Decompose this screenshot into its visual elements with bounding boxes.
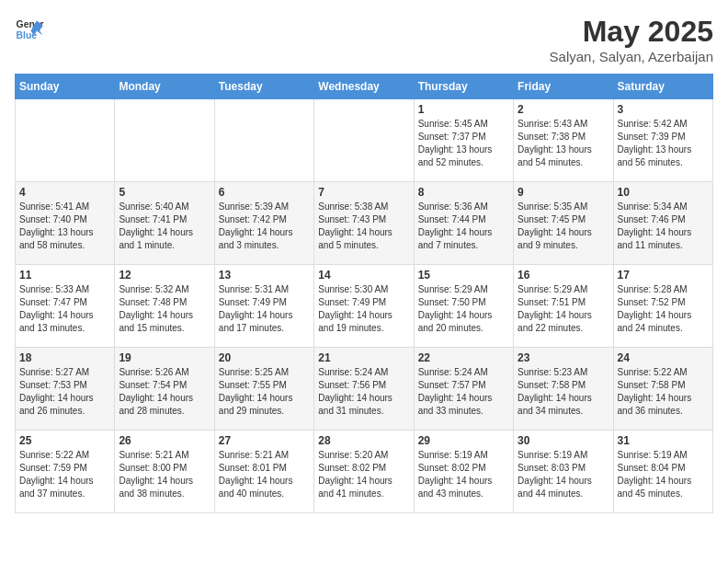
logo-icon: General Blue xyxy=(15,15,44,44)
title-block: May 2025 Salyan, Salyan, Azerbaijan xyxy=(550,15,713,64)
day-content: Sunrise: 5:35 AM Sunset: 7:45 PM Dayligh… xyxy=(518,201,609,252)
weekday-header: Tuesday xyxy=(214,75,313,99)
day-content: Sunrise: 5:26 AM Sunset: 7:54 PM Dayligh… xyxy=(119,366,210,418)
calendar-cell: 31Sunrise: 5:19 AM Sunset: 8:04 PM Dayli… xyxy=(613,431,712,513)
calendar-cell: 28Sunrise: 5:20 AM Sunset: 8:02 PM Dayli… xyxy=(314,431,414,513)
weekday-header-row: SundayMondayTuesdayWednesdayThursdayFrid… xyxy=(16,75,713,99)
day-content: Sunrise: 5:24 AM Sunset: 7:56 PM Dayligh… xyxy=(318,366,409,418)
day-content: Sunrise: 5:33 AM Sunset: 7:47 PM Dayligh… xyxy=(19,283,110,335)
day-content: Sunrise: 5:42 AM Sunset: 7:39 PM Dayligh… xyxy=(618,118,709,169)
weekday-header: Monday xyxy=(115,75,214,99)
location: Salyan, Salyan, Azerbaijan xyxy=(550,49,713,64)
weekday-header: Wednesday xyxy=(314,75,414,99)
calendar-cell: 6Sunrise: 5:39 AM Sunset: 7:42 PM Daylig… xyxy=(214,182,313,265)
calendar-cell: 14Sunrise: 5:30 AM Sunset: 7:49 PM Dayli… xyxy=(314,265,414,348)
day-number: 29 xyxy=(418,434,509,447)
calendar-cell xyxy=(16,99,115,182)
day-number: 15 xyxy=(418,269,509,282)
day-number: 22 xyxy=(418,351,509,364)
day-number: 24 xyxy=(618,351,709,364)
day-number: 31 xyxy=(618,434,709,447)
day-number: 5 xyxy=(119,186,210,199)
weekday-header: Friday xyxy=(514,75,613,99)
day-content: Sunrise: 5:23 AM Sunset: 7:58 PM Dayligh… xyxy=(518,366,609,418)
calendar-cell: 27Sunrise: 5:21 AM Sunset: 8:01 PM Dayli… xyxy=(214,431,313,513)
day-number: 25 xyxy=(19,434,110,447)
day-content: Sunrise: 5:34 AM Sunset: 7:46 PM Dayligh… xyxy=(618,201,709,252)
calendar-cell: 18Sunrise: 5:27 AM Sunset: 7:53 PM Dayli… xyxy=(16,348,115,431)
day-number: 11 xyxy=(19,269,110,282)
day-number: 28 xyxy=(318,434,409,447)
day-number: 1 xyxy=(418,103,509,116)
calendar-cell: 4Sunrise: 5:41 AM Sunset: 7:40 PM Daylig… xyxy=(16,182,115,265)
calendar-cell: 25Sunrise: 5:22 AM Sunset: 7:59 PM Dayli… xyxy=(16,431,115,513)
day-content: Sunrise: 5:21 AM Sunset: 8:00 PM Dayligh… xyxy=(119,449,210,500)
day-number: 3 xyxy=(618,103,709,116)
day-number: 26 xyxy=(119,434,210,447)
calendar-cell: 20Sunrise: 5:25 AM Sunset: 7:55 PM Dayli… xyxy=(214,348,313,431)
day-number: 6 xyxy=(219,186,310,199)
day-content: Sunrise: 5:22 AM Sunset: 7:59 PM Dayligh… xyxy=(19,449,110,500)
page-header: General Blue May 2025 Salyan, Salyan, Az… xyxy=(15,15,713,64)
calendar-cell: 26Sunrise: 5:21 AM Sunset: 8:00 PM Dayli… xyxy=(115,431,214,513)
calendar-cell: 10Sunrise: 5:34 AM Sunset: 7:46 PM Dayli… xyxy=(613,182,712,265)
calendar-cell: 7Sunrise: 5:38 AM Sunset: 7:43 PM Daylig… xyxy=(314,182,414,265)
calendar-cell: 9Sunrise: 5:35 AM Sunset: 7:45 PM Daylig… xyxy=(514,182,613,265)
calendar-cell: 17Sunrise: 5:28 AM Sunset: 7:52 PM Dayli… xyxy=(613,265,712,348)
day-number: 30 xyxy=(518,434,609,447)
day-number: 2 xyxy=(518,103,609,116)
day-number: 21 xyxy=(318,351,409,364)
day-content: Sunrise: 5:25 AM Sunset: 7:55 PM Dayligh… xyxy=(219,366,310,418)
month-title: May 2025 xyxy=(550,15,713,49)
day-number: 18 xyxy=(19,351,110,364)
calendar-cell: 16Sunrise: 5:29 AM Sunset: 7:51 PM Dayli… xyxy=(514,265,613,348)
calendar-cell: 12Sunrise: 5:32 AM Sunset: 7:48 PM Dayli… xyxy=(115,265,214,348)
logo: General Blue xyxy=(15,15,44,44)
day-number: 12 xyxy=(119,269,210,282)
calendar-cell: 15Sunrise: 5:29 AM Sunset: 7:50 PM Dayli… xyxy=(414,265,513,348)
calendar-cell: 22Sunrise: 5:24 AM Sunset: 7:57 PM Dayli… xyxy=(414,348,513,431)
day-content: Sunrise: 5:27 AM Sunset: 7:53 PM Dayligh… xyxy=(19,366,110,418)
calendar-week-row: 4Sunrise: 5:41 AM Sunset: 7:40 PM Daylig… xyxy=(16,182,713,265)
calendar-cell xyxy=(214,99,313,182)
day-content: Sunrise: 5:20 AM Sunset: 8:02 PM Dayligh… xyxy=(318,449,409,500)
calendar-cell: 23Sunrise: 5:23 AM Sunset: 7:58 PM Dayli… xyxy=(514,348,613,431)
calendar-week-row: 25Sunrise: 5:22 AM Sunset: 7:59 PM Dayli… xyxy=(16,431,713,513)
day-content: Sunrise: 5:24 AM Sunset: 7:57 PM Dayligh… xyxy=(418,366,509,418)
day-content: Sunrise: 5:40 AM Sunset: 7:41 PM Dayligh… xyxy=(119,201,210,252)
calendar-cell: 1Sunrise: 5:45 AM Sunset: 7:37 PM Daylig… xyxy=(414,99,513,182)
day-number: 20 xyxy=(219,351,310,364)
calendar-week-row: 11Sunrise: 5:33 AM Sunset: 7:47 PM Dayli… xyxy=(16,265,713,348)
day-content: Sunrise: 5:31 AM Sunset: 7:49 PM Dayligh… xyxy=(219,283,310,335)
day-content: Sunrise: 5:19 AM Sunset: 8:04 PM Dayligh… xyxy=(618,449,709,500)
calendar-week-row: 1Sunrise: 5:45 AM Sunset: 7:37 PM Daylig… xyxy=(16,99,713,182)
calendar-cell: 19Sunrise: 5:26 AM Sunset: 7:54 PM Dayli… xyxy=(115,348,214,431)
day-content: Sunrise: 5:19 AM Sunset: 8:03 PM Dayligh… xyxy=(518,449,609,500)
day-content: Sunrise: 5:41 AM Sunset: 7:40 PM Dayligh… xyxy=(19,201,110,252)
day-number: 10 xyxy=(618,186,709,199)
calendar-cell xyxy=(314,99,414,182)
day-number: 7 xyxy=(318,186,409,199)
day-content: Sunrise: 5:29 AM Sunset: 7:51 PM Dayligh… xyxy=(518,283,609,335)
day-content: Sunrise: 5:32 AM Sunset: 7:48 PM Dayligh… xyxy=(119,283,210,335)
day-number: 4 xyxy=(19,186,110,199)
calendar-cell: 13Sunrise: 5:31 AM Sunset: 7:49 PM Dayli… xyxy=(214,265,313,348)
day-number: 14 xyxy=(318,269,409,282)
calendar-cell: 8Sunrise: 5:36 AM Sunset: 7:44 PM Daylig… xyxy=(414,182,513,265)
day-content: Sunrise: 5:36 AM Sunset: 7:44 PM Dayligh… xyxy=(418,201,509,252)
day-number: 8 xyxy=(418,186,509,199)
calendar-cell: 21Sunrise: 5:24 AM Sunset: 7:56 PM Dayli… xyxy=(314,348,414,431)
calendar-cell xyxy=(115,99,214,182)
calendar-cell: 3Sunrise: 5:42 AM Sunset: 7:39 PM Daylig… xyxy=(613,99,712,182)
weekday-header: Thursday xyxy=(414,75,513,99)
weekday-header: Sunday xyxy=(16,75,115,99)
day-content: Sunrise: 5:45 AM Sunset: 7:37 PM Dayligh… xyxy=(418,118,509,169)
day-number: 16 xyxy=(518,269,609,282)
weekday-header: Saturday xyxy=(613,75,712,99)
day-number: 27 xyxy=(219,434,310,447)
day-number: 17 xyxy=(618,269,709,282)
calendar-cell: 24Sunrise: 5:22 AM Sunset: 7:58 PM Dayli… xyxy=(613,348,712,431)
day-number: 13 xyxy=(219,269,310,282)
calendar-cell: 5Sunrise: 5:40 AM Sunset: 7:41 PM Daylig… xyxy=(115,182,214,265)
calendar-table: SundayMondayTuesdayWednesdayThursdayFrid… xyxy=(15,74,713,513)
